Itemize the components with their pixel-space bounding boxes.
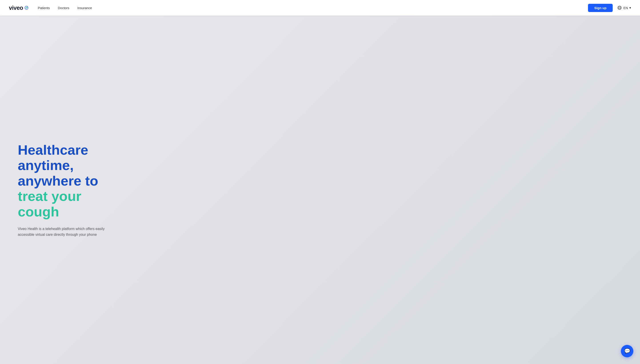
lang-chevron-icon: ▾ (629, 6, 631, 10)
headline-line5: cough (18, 204, 59, 219)
headline-line3: anywhere to (18, 173, 98, 188)
nav-right: Sign up EN ▾ (588, 4, 631, 12)
svg-point-1 (619, 6, 620, 10)
nav-insurance[interactable]: Insurance (77, 6, 92, 10)
hero-description: Viveo Health is a telehealth platform wh… (18, 226, 116, 237)
signup-button[interactable]: Sign up (588, 4, 613, 12)
chat-widget-button[interactable]: 💬 (621, 345, 633, 357)
globe-icon (617, 5, 622, 10)
hero-headline: Healthcare anytime, anywhere to treat yo… (18, 142, 307, 219)
headline-line4: treat your (18, 188, 81, 204)
logo-link[interactable]: viveo (9, 4, 29, 11)
headline-line1: Healthcare (18, 142, 88, 158)
chat-widget-icon: 💬 (624, 348, 630, 354)
lang-label: EN (623, 6, 628, 10)
logo-text: viveo (9, 4, 23, 11)
hero-section: Healthcare anytime, anywhere to treat yo… (0, 0, 640, 364)
svg-point-0 (618, 6, 622, 10)
nav-links: Patients Doctors Insurance (38, 6, 92, 10)
language-selector[interactable]: EN ▾ (617, 5, 631, 10)
nav-patients[interactable]: Patients (38, 6, 50, 10)
logo-check-icon (24, 5, 29, 10)
headline-line2: anytime, (18, 158, 74, 173)
hero-left: Healthcare anytime, anywhere to treat yo… (0, 124, 320, 255)
nav-doctors[interactable]: Doctors (58, 6, 69, 10)
navbar: viveo Patients Doctors Insurance Sign up… (0, 0, 640, 16)
